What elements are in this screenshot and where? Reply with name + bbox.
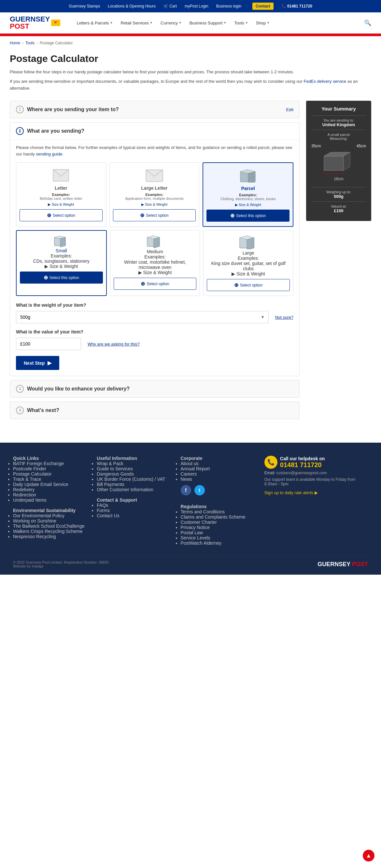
small-box-icon — [54, 235, 69, 247]
select-large-button[interactable]: ⊕ Select option — [207, 279, 290, 291]
select-large-letter-button[interactable]: ⊕ Select option — [113, 209, 196, 221]
next-step-label: Next Step — [24, 361, 45, 366]
regs-link-5[interactable]: Service Levels — [181, 535, 210, 540]
regs-link-6[interactable]: PostWatch Alderney — [181, 540, 222, 546]
useful-link-1[interactable]: Guide to Services — [97, 466, 133, 471]
format-card-letter[interactable]: Letter Examples: Birthday card, written … — [16, 162, 106, 227]
size-card-large[interactable]: Large Examples: King size duvet set, gui… — [203, 230, 293, 296]
footer: Quick Links BATIF Foreign Exchange Postc… — [0, 443, 381, 575]
footer-copyright: © 2022 Guernsey Post Limited. Registrati… — [13, 560, 109, 564]
locations-link[interactable]: Locations & Opening Hours — [108, 4, 155, 8]
useful-link-3[interactable]: UK Border Force (Customs) / VAT — [97, 476, 165, 482]
nav-shop[interactable]: Shop▼ — [253, 18, 273, 28]
format-card-parcel[interactable]: Parcel Examples: Clothing, electronics, … — [203, 162, 293, 227]
search-icon[interactable]: 🔍 — [364, 19, 371, 26]
nav-business-support[interactable]: Business Support▼ — [186, 18, 230, 28]
medium-size-weight[interactable]: ▶ Size & Weight — [114, 270, 197, 275]
fedex-link[interactable]: FedEx delivery service — [304, 79, 346, 84]
parcel-size-weight[interactable]: ▶ Size & Weight — [206, 203, 289, 207]
breadcrumb-tools[interactable]: Tools — [25, 41, 35, 45]
facebook-icon[interactable]: f — [181, 485, 191, 495]
select-medium-button[interactable]: ⊕ Select option — [114, 278, 197, 290]
env-link-1[interactable]: Working on Sunshine — [13, 518, 56, 524]
quick-link-2[interactable]: Postage Calculator — [13, 471, 51, 476]
nav-letters-parcels[interactable]: Letters & Parcels▼ — [73, 18, 116, 28]
helpdesk-email-link[interactable]: custserv@guernseypost.com — [276, 471, 327, 475]
size-card-medium[interactable]: Medium Examples: Winter coat, motorbike … — [110, 230, 200, 296]
letter-examples-label: Examples: — [20, 193, 103, 196]
nav-currency[interactable]: Currency▼ — [157, 18, 185, 28]
list-item: Annual Report — [181, 466, 255, 471]
quick-link-3[interactable]: Track & Trace — [13, 476, 41, 482]
step4-title: What's next? — [27, 407, 59, 413]
useful-link-4[interactable]: Bill Payments — [97, 482, 125, 487]
twitter-icon[interactable]: t — [195, 485, 205, 495]
quick-link-5[interactable]: Redelivery — [13, 487, 35, 492]
corp-link-0[interactable]: About us — [181, 461, 199, 466]
footer-col-useful: Useful Information Wrap & Pack Guide to … — [97, 456, 171, 546]
nav-tools[interactable]: Tools▼ — [231, 18, 251, 28]
next-step-button[interactable]: Next Step ▶ — [16, 356, 59, 370]
value-section: What is the value of your item? Why are … — [16, 329, 293, 350]
breadcrumb-current: Postage Calculator — [40, 41, 73, 45]
quick-link-4[interactable]: Daily Update Email Service — [13, 482, 68, 487]
helpdesk-phone[interactable]: 01481 711720 — [280, 461, 325, 469]
not-sure-link[interactable]: Not sure? — [275, 315, 293, 320]
contact-link-2[interactable]: Contact Us — [97, 513, 119, 518]
quick-link-6[interactable]: Redirection — [13, 492, 36, 497]
why-link[interactable]: Why are we asking for this? — [88, 342, 140, 346]
corp-link-2[interactable]: Careers — [181, 471, 197, 476]
helpdesk-hours: Our support team is available Monday to … — [265, 477, 368, 486]
contact-link-0[interactable]: FAQs — [97, 503, 108, 508]
env-link-2[interactable]: The Bailiwick School EcoChallenge — [13, 524, 84, 529]
regs-link-3[interactable]: Privacy Notice — [181, 525, 210, 530]
quick-link-1[interactable]: Postcode Finder — [13, 466, 46, 471]
select-small-button[interactable]: ⊕ Select this option — [20, 272, 103, 284]
step2-title: What are you sending? — [27, 128, 84, 134]
useful-link-0[interactable]: Wrap & Pack — [97, 461, 123, 466]
useful-link-5[interactable]: Other Customer Information — [97, 487, 153, 492]
regs-link-2[interactable]: Customer Charter — [181, 520, 217, 525]
contact-button[interactable]: Contact — [252, 3, 274, 10]
step2-content: Please choose the format below. For furt… — [10, 140, 299, 376]
regs-link-0[interactable]: Terms and Conditions — [181, 509, 225, 514]
cart-link[interactable]: 🛒 Cart — [164, 4, 177, 8]
nav-retail-services[interactable]: Retail Services▼ — [117, 18, 156, 28]
env-link-3[interactable]: Walkers Crisps Recycling Scheme — [13, 529, 82, 534]
weight-select[interactable]: 500g — [16, 311, 269, 323]
env-link-4[interactable]: Nespresso Recycling — [13, 534, 56, 539]
regs-link-4[interactable]: Postal Law — [181, 530, 203, 535]
env-link-0[interactable]: Our Environmental Policy — [13, 513, 65, 518]
size-card-small[interactable]: Small Examples: CDs, sunglasses, station… — [16, 230, 107, 296]
large-letter-size-weight[interactable]: ▶ Size & Weight — [113, 203, 196, 207]
contact-link-1[interactable]: Forms — [97, 508, 110, 513]
step2-number: 2 — [16, 127, 24, 135]
format-card-large-letter[interactable]: Large Letter Examples: Application form,… — [109, 162, 200, 227]
select-parcel-button[interactable]: ⊕ Select this option — [206, 210, 289, 222]
regs-link-1[interactable]: Claims and Complaints Scheme — [181, 514, 246, 520]
large-letter-examples: Application form, multiple documents — [113, 196, 196, 200]
quick-link-7[interactable]: Underpaid Items — [13, 497, 46, 503]
useful-link-2[interactable]: Dangerous Goods — [97, 471, 134, 476]
small-size-weight[interactable]: ▶ Size & Weight — [20, 264, 103, 269]
quick-link-0[interactable]: BATIF Foreign Exchange — [13, 461, 64, 466]
corp-link-3[interactable]: News — [181, 476, 192, 482]
parcel-dims: 35cm 45cm — [311, 144, 366, 148]
step3-box: 3 Would you like to enhance your deliver… — [10, 380, 300, 398]
summary-title: Your Summary — [311, 106, 366, 112]
letter-size-weight[interactable]: ▶ Size & Weight — [20, 203, 103, 207]
next-arrow-icon: ▶ — [47, 360, 51, 366]
corp-link-1[interactable]: Annual Report — [181, 466, 210, 471]
step1-edit[interactable]: Edit — [286, 107, 293, 112]
value-input[interactable] — [16, 338, 81, 350]
sending-guide-link[interactable]: sending guide — [36, 152, 62, 156]
business-login-link[interactable]: Business login — [216, 4, 241, 8]
large-size-weight[interactable]: ▶ Size & Weight — [207, 271, 290, 276]
breadcrumb-home[interactable]: Home — [10, 41, 20, 45]
mypost-login-link[interactable]: myPost Login — [185, 4, 208, 8]
logo[interactable]: GUERNSEY POST 🚩 — [10, 16, 60, 30]
select-letter-button[interactable]: ⊕ Select option — [20, 209, 103, 221]
list-item: FAQs — [97, 503, 171, 508]
guernsey-stamps-link[interactable]: Guernsey Stamps — [69, 4, 100, 8]
daily-rate-link[interactable]: Sign up to daily rate alerts ▶ — [265, 490, 368, 495]
